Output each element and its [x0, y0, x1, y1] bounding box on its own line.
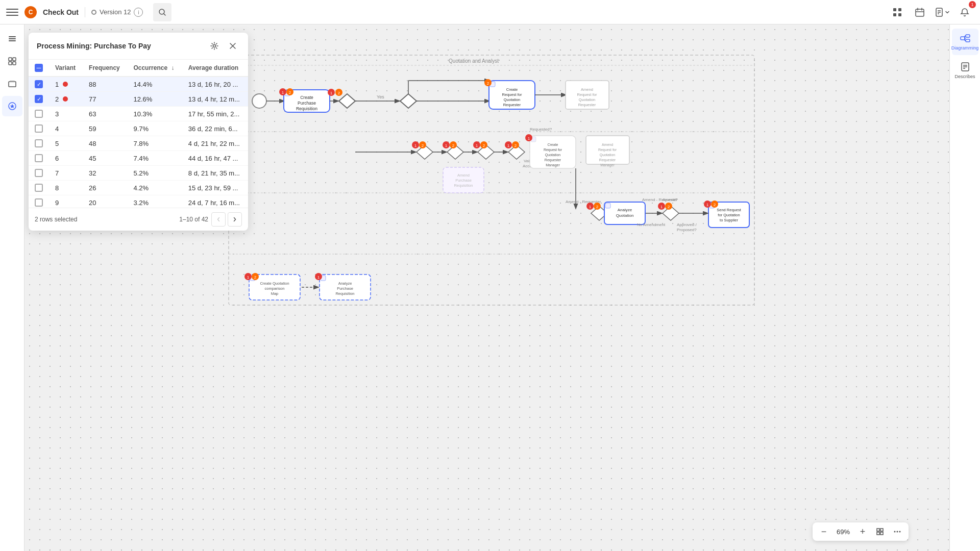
row-checkbox-cell[interactable] — [29, 77, 49, 92]
pagination-prev[interactable] — [211, 212, 226, 227]
svg-rect-187 — [880, 529, 883, 531]
svg-text:2: 2 — [668, 205, 670, 209]
svg-text:Requester: Requester — [503, 103, 521, 107]
notifications-button[interactable]: 1 — [955, 3, 974, 21]
svg-text:Send Request: Send Request — [717, 208, 741, 212]
table-row[interactable]: 8 26 4.2% 15 d, 23 hr, 59 ... — [29, 181, 248, 195]
select-all-checkbox[interactable] — [35, 64, 43, 72]
select-all-header[interactable] — [29, 60, 49, 77]
sidebar-item-star[interactable] — [2, 96, 22, 116]
svg-rect-186 — [877, 529, 879, 531]
zoom-in-button[interactable]: + — [855, 524, 870, 539]
svg-rect-6 — [916, 9, 924, 16]
fit-screen-icon — [876, 528, 884, 536]
zoom-in-icon: + — [860, 527, 866, 537]
variant-dot — [63, 96, 68, 102]
svg-text:2: 2 — [514, 143, 517, 148]
pagination-next[interactable] — [228, 212, 242, 227]
sidebar-item-diagramming[interactable]: Diagramming — [952, 29, 978, 55]
describes-icon — [960, 61, 971, 72]
row-checkbox-cell[interactable] — [29, 136, 49, 151]
table-row[interactable]: 9 20 3.2% 24 d, 7 hr, 16 m... — [29, 195, 248, 208]
cell-avg-duration: 36 d, 22 min, 6... — [182, 121, 248, 136]
row-checkbox[interactable] — [35, 154, 43, 162]
row-checkbox-cell[interactable] — [29, 92, 49, 107]
svg-text:2: 2 — [487, 81, 489, 86]
svg-text:Purchase: Purchase — [337, 286, 353, 291]
row-checkbox[interactable] — [35, 169, 43, 177]
row-checkbox-cell[interactable] — [29, 166, 49, 181]
table-row[interactable]: 6 45 7.4% 44 d, 16 hr, 47 ... — [29, 151, 248, 166]
row-checkbox[interactable] — [35, 80, 43, 88]
table-row[interactable]: 1 88 14.4% 13 d, 16 hr, 20 ... — [29, 77, 248, 92]
svg-text:Proposed?: Proposed? — [677, 228, 697, 232]
svg-rect-16 — [9, 40, 16, 41]
svg-text:Amend: Amend — [457, 173, 470, 178]
svg-point-183 — [213, 45, 216, 47]
svg-text:1: 1 — [317, 275, 320, 280]
menu-button[interactable] — [6, 6, 18, 18]
zoom-fit-button[interactable] — [873, 524, 887, 539]
svg-text:to Supplier: to Supplier — [720, 218, 738, 222]
sidebar-item-describes[interactable]: Describes — [952, 57, 978, 84]
row-checkbox-cell[interactable] — [29, 121, 49, 136]
svg-text:Requester: Requester — [545, 158, 561, 162]
svg-text:Yes: Yes — [377, 94, 384, 99]
row-checkbox[interactable] — [35, 198, 43, 207]
svg-text:Amend?: Amend? — [663, 197, 678, 202]
table-row[interactable]: 7 32 5.2% 8 d, 21 hr, 35 m... — [29, 166, 248, 181]
table-row[interactable]: 4 59 9.7% 36 d, 22 min, 6... — [29, 121, 248, 136]
row-checkbox[interactable] — [35, 124, 43, 133]
search-icon — [158, 8, 166, 16]
table-row[interactable]: 5 48 7.8% 4 d, 21 hr, 22 m... — [29, 136, 248, 151]
row-checkbox[interactable] — [35, 110, 43, 118]
row-checkbox-cell[interactable] — [29, 181, 49, 195]
version-info: Version 12 i — [91, 8, 143, 17]
table-row[interactable]: 2 77 12.6% 13 d, 4 hr, 12 m... — [29, 92, 248, 107]
settings-button[interactable] — [207, 39, 222, 53]
row-checkbox-cell[interactable] — [29, 151, 49, 166]
close-button[interactable] — [226, 39, 240, 53]
document-dropdown-button[interactable] — [933, 3, 951, 21]
sidebar-item-layers[interactable] — [2, 73, 22, 94]
zoom-out-button[interactable]: − — [817, 524, 831, 539]
cell-occurrence: 12.6% — [127, 92, 182, 107]
canvas-area[interactable]: Requester Requester Manager Purchasing A… — [24, 24, 949, 551]
row-checkbox[interactable] — [35, 95, 43, 103]
sidebar-item-grid[interactable] — [2, 51, 22, 71]
svg-line-1 — [164, 14, 165, 15]
row-checkbox-cell[interactable] — [29, 107, 49, 121]
cell-variant: 1 — [49, 77, 83, 92]
cell-variant: 8 — [49, 181, 83, 195]
row-checkbox-cell[interactable] — [29, 195, 49, 208]
search-button[interactable] — [153, 3, 172, 21]
svg-point-192 — [899, 531, 901, 533]
th-avg-duration[interactable]: Average duration — [182, 60, 248, 77]
row-checkbox[interactable] — [35, 184, 43, 192]
cell-avg-duration: 8 d, 21 hr, 35 m... — [182, 166, 248, 181]
th-occurrence[interactable]: Occurrence ↓ — [127, 60, 182, 77]
calendar-button[interactable] — [911, 3, 929, 21]
more-options-button[interactable] — [890, 524, 904, 539]
info-icon: i — [138, 9, 139, 15]
layers-icon — [7, 79, 17, 89]
svg-text:1: 1 — [330, 91, 333, 95]
svg-text:Requisition: Requisition — [454, 183, 473, 188]
pagination-info: 1–10 of 42 — [179, 216, 208, 223]
sidebar-item-list[interactable] — [2, 29, 22, 49]
th-frequency[interactable]: Frequency — [83, 60, 127, 77]
svg-rect-4 — [893, 13, 896, 16]
cell-frequency: 26 — [83, 181, 127, 195]
info-button[interactable]: i — [134, 8, 143, 17]
th-variant[interactable]: Variant — [49, 60, 83, 77]
cell-avg-duration: 13 d, 16 hr, 20 ... — [182, 77, 248, 92]
variant-table-wrapper[interactable]: Variant Frequency Occurrence ↓ Average d… — [29, 60, 248, 208]
svg-text:Request for: Request for — [544, 148, 562, 152]
table-row[interactable]: 3 63 10.3% 17 hr, 55 min, 2... — [29, 107, 248, 121]
svg-point-191 — [897, 531, 898, 533]
row-checkbox[interactable] — [35, 139, 43, 147]
svg-text:Amend: Amend — [602, 143, 613, 146]
document-icon — [934, 7, 944, 17]
svg-rect-18 — [13, 58, 16, 61]
apps-button[interactable] — [888, 3, 906, 21]
